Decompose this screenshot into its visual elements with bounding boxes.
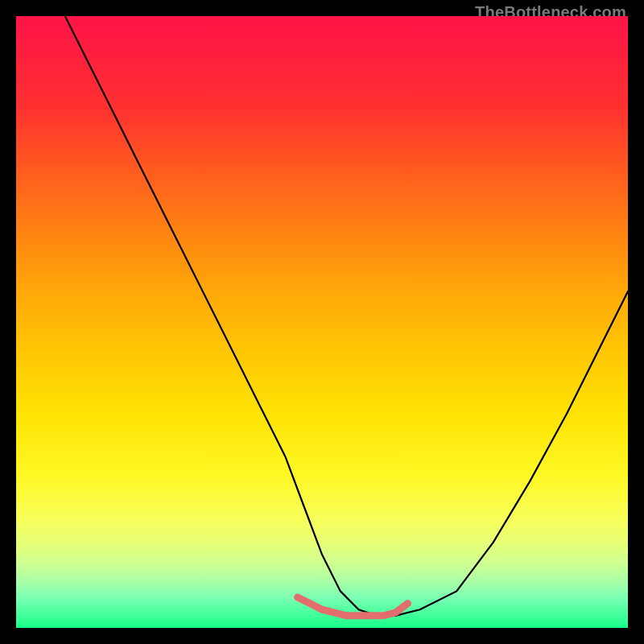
chart-container: TheBottleneck.com [0,0,644,644]
optimal-band-highlight [298,597,408,616]
bottleneck-curve-line [65,16,628,616]
chart-svg [16,16,628,628]
plot-area [16,16,628,628]
